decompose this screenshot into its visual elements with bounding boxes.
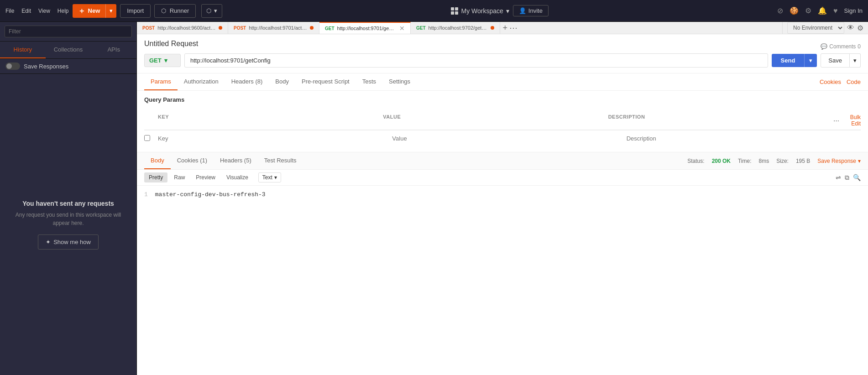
sidebar-tab-apis[interactable]: APIs [91,42,136,58]
size-label: Size: [776,158,789,164]
environment-bar: No Environment 👁 ⚙ [782,22,868,34]
description-input[interactable] [627,133,861,144]
code-line-1: 1 master-config-dev-bus-refresh-3 [144,191,861,198]
tabs-scroll: POST http://localhost:9600/actuat... POS… [137,22,782,34]
resp-tab-body[interactable]: Body [144,152,171,169]
save-response-button[interactable]: Save Response ▾ [817,158,861,164]
eye-icon[interactable]: 👁 [847,24,854,32]
notifications-icon[interactable]: 🔔 [818,6,827,15]
new-button-main[interactable]: ＋ New [73,7,106,15]
resp-tab-test-results[interactable]: Test Results [258,152,303,169]
req-tab-headers[interactable]: Headers (8) [225,73,269,90]
save-arrow-button[interactable]: ▾ [850,53,861,68]
filter-input[interactable] [5,26,132,37]
tab-0[interactable]: POST http://localhost:9600/actuat... [137,22,228,34]
method-chevron: ▾ [164,57,167,64]
save-response-label: Save Response [817,158,856,164]
time-value: 8ms [759,158,769,164]
line-number-1: 1 [144,191,148,198]
save-responses-toggle[interactable] [5,62,20,70]
tab-0-dot [219,26,222,30]
req-tab-prerequest[interactable]: Pre-request Script [295,73,356,90]
send-button[interactable]: Send [772,54,805,67]
url-input[interactable] [184,53,768,68]
copy-button[interactable]: ⧉ [845,174,849,182]
search-global-icon[interactable]: ⊘ [777,6,783,15]
more-tabs-button[interactable]: ⋯ [509,23,518,33]
save-responses-row: Save Responses [0,59,136,74]
environment-select[interactable]: No Environment [787,22,844,34]
req-tab-settings[interactable]: Settings [382,73,417,90]
response-area: Body Cookies (1) Headers (5) Test Result… [137,152,868,375]
comments-icon: 💬 [821,43,827,50]
tab-3[interactable]: GET http://localhost:9702/getConf... [411,22,500,34]
status-label: Status: [687,158,704,164]
tab-2-close[interactable]: ✕ [399,25,405,32]
invite-button[interactable]: 👤 Invite [513,5,549,16]
resp-tab-cookies[interactable]: Cookies (1) [171,152,214,169]
tab-0-url: http://localhost:9600/actuat... [157,25,216,31]
edit-menu[interactable]: Edit [21,8,31,14]
resp-body-actions: ⇌ ⧉ 🔍 [836,174,861,182]
sidebar: History Collections APIs Save Responses … [0,22,137,375]
runner-button[interactable]: ⬡ Runner [154,4,196,18]
user-icon: 👤 [519,7,526,14]
value-input[interactable] [392,133,626,144]
req-tab-authorization[interactable]: Authorization [178,73,225,90]
capture-button[interactable]: ⬡▾ [201,4,222,18]
settings-icon[interactable]: ⚙ [805,6,811,15]
params-header: KEY VALUE DESCRIPTION ⋯ Bulk Edit [144,111,861,130]
wrap-text-button[interactable]: ⇌ [836,174,841,182]
tab-3-method: GET [416,26,426,31]
code-content-1: master-config-dev-bus-refresh-3 [155,191,266,198]
save-button[interactable]: Save [821,53,850,68]
comments-button[interactable]: 💬 Comments 0 [821,43,861,50]
cookies-link[interactable]: Cookies [820,78,841,85]
format-select[interactable]: Text ▾ [258,172,281,182]
help-menu[interactable]: Help [58,8,69,14]
sidebar-tabs: History Collections APIs [0,42,136,59]
code-link[interactable]: Code [847,78,861,85]
heart-icon[interactable]: ♥ [833,7,838,15]
req-tab-params[interactable]: Params [144,73,178,90]
invite-label: Invite [528,7,543,14]
tab-2[interactable]: GET http://localhost:9701/getCo... ✕ [319,22,411,34]
key-input[interactable] [158,133,392,144]
send-arrow-button[interactable]: ▾ [804,54,817,67]
method-select[interactable]: GET ▾ [144,54,181,67]
resp-body-tab-pretty[interactable]: Pretty [144,172,167,182]
query-params-section: Query Params KEY VALUE DESCRIPTION ⋯ Bul… [137,91,868,152]
import-button[interactable]: Import [120,4,151,18]
file-menu[interactable]: File [5,8,14,14]
resp-body-tab-visualize[interactable]: Visualize [222,172,253,182]
params-row-checkbox[interactable] [144,135,150,141]
cookie-icon[interactable]: 🍪 [790,6,799,15]
request-title-row: Untitled Request 💬 Comments 0 [144,40,861,53]
req-tab-tests[interactable]: Tests [356,73,382,90]
sidebar-tab-collections[interactable]: Collections [46,42,91,58]
tab-1[interactable]: POST http://localhost:9701/actuat... [228,22,319,34]
key-header: KEY [158,114,383,127]
format-label: Text [262,174,272,181]
format-chevron: ▾ [274,174,277,181]
params-more-button[interactable]: ⋯ [833,117,839,124]
time-label: Time: [738,158,752,164]
gear-icon[interactable]: ⚙ [857,24,863,32]
req-tab-body[interactable]: Body [269,73,295,90]
workspace-button[interactable]: My Workspace ▾ [451,7,509,15]
new-button[interactable]: ＋ New ▾ [73,4,117,18]
save-btn-group: Save ▾ [821,53,861,68]
new-button-arrow[interactable]: ▾ [105,4,116,18]
query-params-title: Query Params [144,96,184,103]
tab-0-method: POST [142,26,155,31]
view-menu[interactable]: View [38,8,50,14]
resp-tab-headers[interactable]: Headers (5) [214,152,258,169]
resp-body-tab-preview[interactable]: Preview [191,172,220,182]
signin-button[interactable]: Sign In [844,7,863,14]
add-tab-button[interactable]: + [503,23,508,33]
resp-body-tab-raw[interactable]: Raw [169,172,189,182]
search-response-button[interactable]: 🔍 [853,174,861,182]
show-me-button[interactable]: ✦ Show me how [38,234,99,250]
sidebar-tab-history[interactable]: History [0,42,46,58]
bulk-edit-button[interactable]: Bulk Edit [843,114,861,127]
